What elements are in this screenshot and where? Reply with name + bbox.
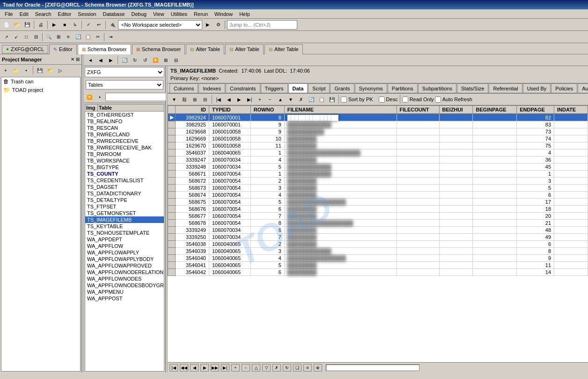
cell-beginpage-15[interactable] bbox=[473, 220, 517, 227]
cell-rowno-20[interactable]: 4 bbox=[250, 255, 284, 262]
cell-endpage-21[interactable]: 11 bbox=[517, 262, 554, 269]
tab-grants[interactable]: Grants bbox=[330, 83, 354, 93]
dt-prev-btn[interactable]: ◀ bbox=[224, 95, 234, 104]
cell-indate-4[interactable] bbox=[554, 142, 588, 149]
nav-cancel[interactable]: ✗ bbox=[272, 364, 281, 372]
cell-filename-4[interactable]: ████████ bbox=[284, 142, 397, 149]
ws-go-btn[interactable]: ▶ bbox=[203, 20, 213, 30]
cell-filename-20[interactable]: ████████████████ bbox=[284, 255, 397, 262]
menu-debug[interactable]: Debug bbox=[129, 10, 149, 18]
cell-beizhui-5[interactable] bbox=[439, 149, 473, 156]
cell-rowno-21[interactable]: 5 bbox=[250, 262, 284, 269]
table-item-ts-datadictionary[interactable]: TS_DATADICTIONARY bbox=[85, 190, 164, 197]
connect-btn[interactable]: 🔌 bbox=[108, 20, 117, 30]
table-item-tb-rescan[interactable]: TB_RESCAN bbox=[85, 125, 164, 131]
cell-endpage-10[interactable]: 5 bbox=[517, 185, 554, 192]
execute-btn[interactable]: ▶ bbox=[50, 20, 59, 30]
table-item-wa-appflownoderelation[interactable]: WA_APPFLOWNODERELATION bbox=[85, 269, 164, 275]
cell-indate-21[interactable] bbox=[554, 262, 588, 269]
cell-filename-13[interactable]: ████████ bbox=[284, 206, 397, 213]
cell-endpage-11[interactable]: 6 bbox=[517, 192, 554, 199]
sort-pk-label[interactable]: Sort by PK bbox=[341, 97, 373, 103]
cell-beizhui-9[interactable] bbox=[439, 178, 473, 185]
table-item-tb-realinfo[interactable]: TB_REALINFO bbox=[85, 118, 164, 125]
cell-rowno-2[interactable]: 9 bbox=[250, 128, 284, 135]
tl-dot-btn[interactable]: • bbox=[95, 92, 104, 102]
cell-rowno-6[interactable]: 4 bbox=[250, 156, 284, 163]
cell-endpage-1[interactable]: 83 bbox=[517, 121, 554, 128]
menu-search[interactable]: Search bbox=[32, 10, 54, 18]
jump-to-input[interactable] bbox=[227, 20, 297, 30]
menu-view[interactable]: View bbox=[150, 10, 167, 18]
sort-pk-checkbox[interactable] bbox=[341, 97, 347, 103]
cell-indate-14[interactable] bbox=[554, 213, 588, 220]
tab-columns[interactable]: Columns bbox=[169, 83, 198, 93]
cell-filecount-18[interactable] bbox=[397, 241, 439, 248]
cell-filename-16[interactable]: ████████ bbox=[284, 227, 397, 234]
cell-indate-2[interactable] bbox=[554, 128, 588, 135]
cell-endpage-19[interactable]: 8 bbox=[517, 248, 554, 255]
cell-filename-7[interactable]: ████████████ bbox=[284, 163, 397, 171]
cell-filecount-10[interactable] bbox=[397, 185, 439, 192]
cell-id-12[interactable]: 568675 bbox=[176, 199, 209, 206]
dt-first-btn[interactable]: |◀ bbox=[214, 95, 223, 104]
auto-refresh-checkbox[interactable] bbox=[435, 97, 441, 103]
col-filename[interactable]: FILENAME bbox=[284, 106, 397, 114]
cell-beizhui-0[interactable] bbox=[439, 114, 473, 121]
tb2-btn10[interactable]: ✂ bbox=[93, 32, 103, 42]
dt-cancel-btn[interactable]: ✗ bbox=[296, 95, 306, 104]
nav-prev[interactable]: ◀ bbox=[190, 364, 198, 372]
cell-typeid-11[interactable]: 1060070054 bbox=[209, 192, 250, 199]
cell-rowno-16[interactable]: 6 bbox=[250, 227, 284, 234]
cell-filecount-4[interactable] bbox=[397, 142, 439, 149]
table-item-wa-appflow[interactable]: WA_APPFLOW bbox=[85, 243, 164, 249]
cell-indate-15[interactable] bbox=[554, 220, 588, 227]
cell-indate-0[interactable] bbox=[554, 114, 588, 121]
cell-filecount-7[interactable] bbox=[397, 163, 439, 171]
cell-filename-17[interactable]: ████████ bbox=[284, 234, 397, 241]
cell-filecount-14[interactable] bbox=[397, 213, 439, 220]
cell-id-14[interactable]: 568677 bbox=[176, 213, 209, 220]
table-item-tb-workspace[interactable]: TB_WORKSPACE bbox=[85, 157, 164, 164]
cell-endpage-2[interactable]: 73 bbox=[517, 128, 554, 135]
col-id[interactable]: ID bbox=[176, 106, 209, 114]
menu-window[interactable]: Window bbox=[212, 10, 235, 18]
cell-indate-16[interactable] bbox=[554, 227, 588, 234]
nav-up[interactable]: △ bbox=[252, 364, 260, 372]
cell-indate-17[interactable] bbox=[554, 234, 588, 241]
cell-filecount-21[interactable] bbox=[397, 262, 439, 269]
cell-beginpage-6[interactable] bbox=[473, 156, 517, 163]
cell-endpage-5[interactable]: 4 bbox=[517, 149, 554, 156]
read-only-checkbox[interactable] bbox=[402, 97, 408, 103]
cell-beizhui-6[interactable] bbox=[439, 156, 473, 163]
col-beginpage[interactable]: BEGINPAGE bbox=[473, 106, 517, 114]
cell-rowno-12[interactable]: 5 bbox=[250, 199, 284, 206]
cell-filename-21[interactable]: ████████ bbox=[284, 262, 397, 269]
cell-rowno-19[interactable]: 3 bbox=[250, 248, 284, 255]
tb2-btn2[interactable]: ↙ bbox=[12, 32, 21, 42]
cell-id-6[interactable]: 3339247 bbox=[176, 156, 209, 163]
nav-refresh[interactable]: ↻ bbox=[283, 364, 291, 372]
dt-combo-btn[interactable]: ⊟ bbox=[200, 95, 210, 104]
table-item-ts-county[interactable]: TS_COUNTY bbox=[85, 171, 164, 177]
cell-beginpage-12[interactable] bbox=[473, 199, 517, 206]
step-btn[interactable]: ↳ bbox=[70, 20, 80, 30]
col-rowno[interactable]: ROWNO bbox=[250, 106, 284, 114]
cell-beginpage-14[interactable] bbox=[473, 213, 517, 220]
cell-beizhui-17[interactable] bbox=[439, 234, 473, 241]
cell-filename-6[interactable]: ████████ bbox=[284, 156, 397, 163]
cell-beginpage-4[interactable] bbox=[473, 142, 517, 149]
table-item-wa-appflownodesbodygroup[interactable]: WA_APPFLOWNODESBODYGROUP bbox=[85, 282, 164, 289]
sb-left-btn[interactable]: ◄ bbox=[86, 55, 95, 65]
cell-typeid-0[interactable]: 1060070001 bbox=[209, 114, 250, 121]
print-btn[interactable]: 🖨 bbox=[36, 20, 45, 30]
table-item-ts-bigtype[interactable]: TS_BIGTYPE bbox=[85, 164, 164, 171]
cell-endpage-15[interactable]: 21 bbox=[517, 220, 554, 227]
save-btn[interactable]: 💾 bbox=[22, 20, 32, 30]
cell-filename-14[interactable]: ████████ bbox=[284, 213, 397, 220]
new-btn[interactable]: 📄 bbox=[2, 20, 11, 30]
cell-beginpage-19[interactable] bbox=[473, 248, 517, 255]
cell-typeid-10[interactable]: 1060070054 bbox=[209, 185, 250, 192]
tb2-btn3[interactable]: □ bbox=[22, 32, 31, 42]
cell-id-20[interactable]: 3546040 bbox=[176, 255, 209, 262]
